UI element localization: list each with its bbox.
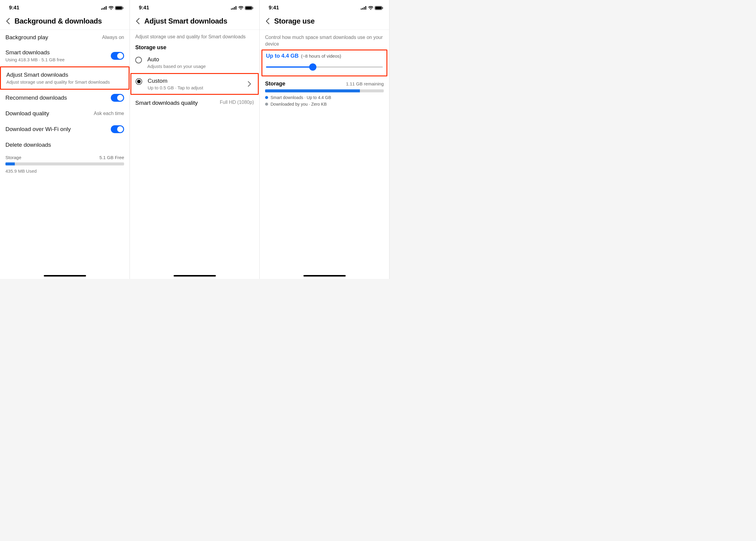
storage-section: Storage 5.1 GB Free 435.9 MB Used [0,153,130,174]
chevron-left-icon [6,18,10,24]
row-download-wifi-only[interactable]: Download over Wi-Fi only [0,121,130,137]
screen-background-downloads: 9:41 Background & downloads Background p… [0,0,130,279]
svg-rect-6 [123,7,124,9]
status-icons [101,6,124,10]
helper-text: Control how much space smart downloads u… [260,30,389,48]
radio-sublabel: Adjusts based on your usage [147,64,254,69]
storage-legend: Smart downloads · Up to 4.4 GB Downloade… [260,92,389,109]
screen-storage-use: 9:41 Storage use Control how much space … [260,0,389,279]
svg-rect-16 [364,7,365,10]
battery-icon [115,6,124,10]
svg-rect-20 [382,7,383,9]
legend-smart-downloads: Smart downloads · Up to 4.4 GB [265,94,384,101]
row-download-quality[interactable]: Download quality Ask each time [0,106,130,121]
storage-label: Storage [265,81,285,87]
back-button[interactable] [4,18,11,25]
row-label: Delete downloads [5,142,51,148]
storage-label: Storage [5,155,21,160]
svg-rect-8 [233,8,233,10]
radio-custom[interactable]: Custom Up to 0.5 GB · Tap to adjust [131,74,258,94]
svg-rect-15 [362,8,363,10]
highlight-custom: Custom Up to 0.5 GB · Tap to adjust [130,73,259,95]
row-value: Always on [102,35,124,40]
svg-rect-13 [253,7,253,9]
settings-list: Background play Always on Smart download… [0,30,130,174]
cellular-icon [101,6,107,10]
home-indicator[interactable] [44,275,86,276]
nav-header: Background & downloads [0,14,130,30]
svg-rect-1 [103,8,104,10]
home-indicator[interactable] [304,275,346,276]
status-icons [231,6,253,10]
row-label: Download over Wi-Fi only [5,126,71,133]
storage-bar [5,163,124,166]
status-time: 9:41 [269,5,279,11]
storage-summary: Storage 1.11 GB remaining [260,78,389,92]
status-bar: 9:41 [260,0,389,14]
row-recommend-downloads[interactable]: Recommend downloads [0,90,130,106]
page-title: Background & downloads [14,17,102,25]
wifi-icon [368,6,374,10]
radio-auto[interactable]: Auto Adjusts based on your usage [130,52,259,73]
storage-remaining: 1.11 GB remaining [346,81,384,86]
wifi-icon [108,6,114,10]
row-adjust-smart-downloads[interactable]: Adjust Smart downloads Adjust storage us… [0,66,130,90]
storage-bar-fill [265,89,360,92]
dot-icon [265,103,268,106]
chevron-left-icon [266,18,270,24]
slider-fill [266,66,313,68]
helper-text: Adjust storage use and quality for Smart… [130,30,259,41]
storage-bar-fill [5,163,15,166]
storage-limit-value: Up to 4.4 GB [266,53,299,59]
radio-icon-selected [136,78,142,85]
legend-label: Downloaded by you · Zero KB [271,102,327,107]
status-bar: 9:41 [130,0,259,14]
svg-rect-10 [236,6,237,10]
slider-thumb[interactable] [309,63,317,71]
back-button[interactable] [134,18,141,25]
home-indicator[interactable] [174,275,216,276]
svg-rect-19 [375,7,381,9]
recommend-downloads-toggle[interactable] [111,94,124,102]
smart-downloads-toggle[interactable] [111,52,124,60]
legend-downloaded-by-you: Downloaded by you · Zero KB [265,101,384,108]
storage-used: 435.9 MB Used [5,169,124,174]
legend-label: Smart downloads · Up to 4.4 GB [271,95,331,100]
storage-limit-line: Up to 4.4 GB (~8 hours of videos) [266,53,383,59]
battery-icon [245,6,253,10]
row-delete-downloads[interactable]: Delete downloads [0,137,130,153]
status-bar: 9:41 [0,0,130,14]
radio-sublabel: Up to 0.5 GB · Tap to adjust [148,85,242,90]
row-sublabel: Adjust storage use and quality for Smart… [6,79,110,85]
page-title: Storage use [274,17,315,25]
row-smart-downloads-quality[interactable]: Smart downloads quality Full HD (1080p) [130,95,259,111]
battery-icon [375,6,383,10]
svg-rect-5 [116,7,122,9]
row-smart-downloads[interactable]: Smart downloads Using 418.3 MB · 5.1 GB … [0,45,130,66]
cellular-icon [231,6,237,10]
status-time: 9:41 [139,5,149,11]
section-header-storage-use: Storage use [130,41,259,52]
row-value: Ask each time [94,111,124,116]
storage-slider[interactable] [266,63,383,71]
row-label: Download quality [5,110,49,117]
storage-free: 5.1 GB Free [99,155,124,160]
chevron-left-icon [136,18,140,24]
row-sublabel: Using 418.3 MB · 5.1 GB free [5,57,65,62]
svg-rect-9 [234,7,235,10]
row-background-play[interactable]: Background play Always on [0,30,130,45]
status-icons [361,6,383,10]
storage-bar [265,89,384,92]
row-label: Smart downloads [5,49,65,56]
row-label: Adjust Smart downloads [6,72,68,78]
chevron-right-icon [248,81,254,87]
svg-rect-3 [106,6,107,10]
radio-icon [135,57,142,63]
row-label: Smart downloads quality [135,100,198,106]
back-button[interactable] [264,18,271,25]
wifi-only-toggle[interactable] [111,125,124,133]
svg-rect-17 [365,6,366,10]
svg-rect-12 [246,7,252,9]
highlight-slider: Up to 4.4 GB (~8 hours of videos) [262,50,387,76]
row-value: Full HD (1080p) [220,100,254,106]
